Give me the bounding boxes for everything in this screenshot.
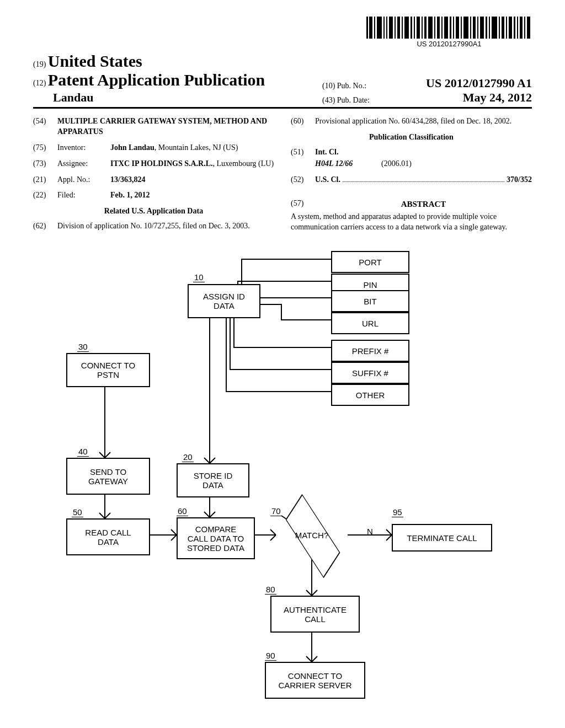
ref-40: 40 (77, 447, 89, 457)
svg-rect-2 (374, 17, 375, 39)
diamond-70: MATCH? (279, 513, 345, 557)
code-43: (43) (322, 96, 335, 104)
svg-rect-5 (386, 17, 387, 39)
ref-80: 80 (265, 585, 276, 595)
patent-page: US 20120127990A1 (19) United States (12)… (0, 0, 565, 728)
divider (33, 107, 532, 109)
inventor-rest: , Mountain Lakes, NJ (US) (154, 143, 238, 152)
intcl-label: Int. Cl. (315, 147, 338, 158)
svg-line-59 (270, 535, 276, 540)
svg-rect-26 (470, 17, 471, 39)
svg-rect-34 (502, 17, 504, 39)
code-12: (12) (33, 79, 46, 87)
left-column: (54) MULTIPLE CARRIER GATEWAY SYSTEM, ME… (33, 116, 274, 237)
svg-rect-36 (509, 17, 512, 39)
barcode-icon (366, 17, 532, 39)
svg-rect-17 (434, 17, 435, 39)
applno-value: 13/363,824 (110, 175, 274, 185)
assignee-label: Assignee: (57, 159, 110, 169)
code-19: (19) (33, 60, 46, 68)
box-95: TERMINATE CALL (392, 524, 492, 552)
box-prefix: PREFIX # (331, 340, 409, 362)
box-10: ASSIGN ID DATA (188, 284, 260, 318)
svg-line-58 (270, 529, 276, 535)
intcl-code: H04L 12/66 (315, 159, 381, 169)
box-30: CONNECT TO PSTN (66, 353, 150, 387)
ref-20: 20 (182, 452, 194, 462)
svg-rect-25 (463, 17, 468, 39)
svg-line-52 (171, 529, 177, 535)
publication-date: May 24, 2012 (463, 90, 532, 105)
svg-rect-8 (397, 17, 400, 39)
box-suffix: SUFFIX # (331, 362, 409, 384)
code-73: (73) (33, 159, 57, 169)
publication-number: US 2012/0127990 A1 (426, 76, 532, 90)
svg-rect-28 (477, 17, 478, 39)
svg-line-65 (312, 590, 317, 596)
svg-line-47 (105, 452, 110, 458)
svg-rect-40 (524, 17, 525, 39)
ref-90: 90 (265, 651, 276, 661)
barcode-text: US 20120127990A1 (366, 40, 532, 48)
header-row: (19) United States (12) Patent Applicati… (33, 52, 532, 105)
ref-95: 95 (392, 507, 403, 517)
svg-rect-22 (453, 17, 454, 39)
edge-label-n: N (367, 527, 373, 536)
box-50: READ CALL DATA (66, 518, 150, 555)
svg-line-44 (210, 458, 215, 463)
box-bit: BIT (331, 290, 409, 312)
svg-rect-0 (366, 17, 368, 39)
right-column: (60) Provisional application No. 60/434,… (291, 116, 532, 237)
box-60: COMPARE CALL DATA TO STORED DATA (177, 517, 255, 559)
code-10: (10) (322, 82, 335, 90)
box-20: STORE ID DATA (177, 463, 249, 497)
svg-line-62 (386, 535, 392, 540)
svg-rect-37 (514, 17, 515, 39)
svg-rect-24 (461, 17, 462, 39)
svg-rect-16 (428, 17, 433, 39)
ref-50: 50 (72, 507, 83, 517)
svg-rect-10 (404, 17, 409, 39)
box-url: URL (331, 312, 409, 334)
svg-rect-41 (527, 17, 530, 39)
svg-rect-20 (444, 17, 448, 39)
assignee-name: ITXC IP HOLDINGS S.A.R.L. (110, 159, 213, 168)
svg-line-53 (171, 535, 177, 540)
svg-line-67 (306, 656, 312, 662)
svg-rect-4 (383, 17, 385, 39)
biblio-columns: (54) MULTIPLE CARRIER GATEWAY SYSTEM, ME… (33, 116, 532, 237)
svg-line-43 (204, 458, 210, 463)
diamond-70-text: MATCH? (279, 513, 345, 557)
code-60: (60) (291, 116, 315, 127)
pubno-label: Pub. No.: (337, 82, 366, 90)
country: United States (48, 52, 142, 70)
svg-line-61 (386, 529, 392, 535)
provisional-text: Provisional application No. 60/434,288, … (315, 116, 532, 127)
barcode-area: US 20120127990A1 (33, 17, 532, 49)
svg-rect-7 (395, 17, 396, 39)
svg-rect-18 (437, 17, 440, 39)
box-80: AUTHENTICATE CALL (270, 596, 360, 633)
svg-rect-31 (489, 17, 490, 39)
inventor-value: John Landau, Mountain Lakes, NJ (US) (110, 143, 274, 153)
svg-rect-13 (417, 17, 420, 39)
svg-rect-19 (441, 17, 443, 39)
pubclass-title: Publication Classification (291, 132, 532, 143)
svg-line-49 (99, 513, 105, 518)
uscl-value: 370/352 (507, 175, 532, 185)
invention-title: MULTIPLE CARRIER GATEWAY SYSTEM, METHOD … (57, 116, 274, 137)
svg-rect-23 (456, 17, 459, 39)
code-75: (75) (33, 143, 57, 153)
flowchart-diagram: PORT PIN BIT URL PREFIX # SUFFIX # OTHER… (33, 254, 532, 711)
division-text: Division of application No. 10/727,255, … (57, 221, 274, 232)
abstract-text: A system, method and apparatus adapted t… (291, 212, 532, 233)
svg-rect-1 (369, 17, 372, 39)
inventor-name: John Landau (110, 143, 154, 152)
code-22: (22) (33, 190, 57, 201)
ref-60: 60 (177, 506, 188, 516)
assignee-rest: , Luxembourg (LU) (213, 159, 274, 168)
filed-value: Feb. 1, 2012 (110, 190, 274, 201)
svg-line-68 (312, 656, 317, 662)
intcl-date: (2006.01) (381, 159, 412, 169)
svg-rect-3 (377, 17, 382, 39)
